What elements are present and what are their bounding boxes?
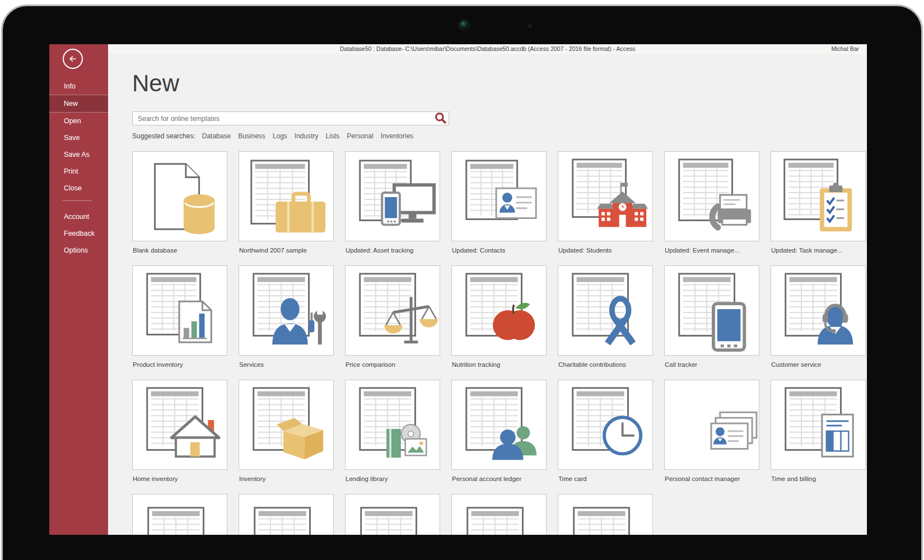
- suggested-searches: Suggested searches:DatabaseBusinessLogsI…: [132, 132, 867, 142]
- sidebar-item-save-as[interactable]: Save As: [49, 146, 108, 163]
- template-label: Call tracker: [664, 361, 759, 368]
- search-button[interactable]: [434, 113, 447, 124]
- sidebar-item-print[interactable]: Print: [49, 163, 108, 180]
- template-tile-home-inventory[interactable]: [132, 380, 227, 470]
- template-label: Updated: Task manage...: [771, 247, 866, 254]
- template-tile[interactable]: [132, 494, 227, 535]
- template-tile-updated-task-manage[interactable]: [771, 151, 866, 241]
- sidebar-item-open[interactable]: Open: [49, 113, 108, 129]
- template-label: Time and billing: [771, 475, 866, 482]
- template-tile-product-inventory[interactable]: [132, 265, 227, 356]
- two-people-datasheet-icon: [452, 380, 546, 469]
- datasheet-lock-icon: [346, 494, 440, 535]
- template-cell: Time card: [558, 380, 653, 482]
- template-tile[interactable]: [345, 494, 440, 535]
- suggested-searches-label: Suggested searches:: [132, 132, 195, 140]
- template-tile-personal-account-ledger[interactable]: [451, 380, 547, 470]
- apple-datasheet-icon: [452, 266, 546, 355]
- tablet-datasheet-icon: [665, 266, 759, 355]
- card-stack-icon: [665, 380, 759, 469]
- template-label: Nutrition tracking: [451, 361, 547, 368]
- template-tile-updated-students[interactable]: [558, 151, 653, 241]
- template-cell: Personal account ledger: [451, 380, 547, 482]
- suggested-search-personal[interactable]: Personal: [347, 132, 373, 140]
- template-label: Services: [239, 361, 334, 368]
- template-tile-charitable-contributions[interactable]: [558, 265, 653, 356]
- template-tile-time-and-billing[interactable]: [771, 380, 866, 470]
- suggested-search-inventories[interactable]: Inventories: [381, 132, 414, 140]
- template-label: Updated: Contacts: [451, 247, 547, 254]
- template-label: Personal account ledger: [451, 475, 547, 482]
- back-button[interactable]: [63, 49, 83, 69]
- template-tile-partial: [451, 494, 547, 535]
- template-cell: Lending library: [345, 380, 440, 482]
- template-cell: Personal contact manager: [664, 380, 759, 482]
- template-cell: Updated: Students: [558, 151, 653, 254]
- template-label: Updated: Students: [558, 247, 653, 254]
- template-cell: Time and billing: [771, 380, 866, 482]
- template-label: Price comparison: [345, 361, 440, 368]
- main-pane: Database50 : Database- C:\Users\mibar\Do…: [108, 44, 867, 535]
- template-cell: Updated: Contacts: [451, 151, 547, 254]
- suggested-terms: DatabaseBusinessLogsIndustryListsPersona…: [202, 132, 421, 140]
- suggested-search-logs[interactable]: Logs: [273, 132, 287, 140]
- suggested-search-business[interactable]: Business: [238, 132, 265, 140]
- template-tile-partial: [132, 494, 227, 535]
- template-tile-lending-library[interactable]: [345, 380, 440, 470]
- template-tile-updated-contacts[interactable]: [451, 151, 547, 241]
- template-tile-nutrition-tracking[interactable]: [451, 265, 547, 356]
- headset-person-datasheet-icon: [771, 266, 865, 355]
- media-datasheet-icon: [346, 380, 440, 469]
- template-tile-inventory[interactable]: [239, 380, 334, 470]
- backstage-content: New Suggested searches:DatabaseBusinessL…: [108, 54, 867, 535]
- template-tile-partial: [239, 494, 334, 535]
- document-title: Database50 : Database- C:\Users\mibar\Do…: [108, 45, 867, 52]
- sidebar-item-options[interactable]: Options: [49, 242, 108, 259]
- suggested-search-industry[interactable]: Industry: [295, 132, 319, 140]
- suggested-search-database[interactable]: Database: [202, 132, 231, 140]
- template-cell: Call tracker: [664, 265, 759, 368]
- template-tile-blank-database[interactable]: [132, 151, 227, 241]
- datasheet-icon: [452, 494, 546, 535]
- template-cell: Charitable contributions: [558, 265, 653, 368]
- template-tile-call-tracker[interactable]: [664, 265, 759, 356]
- box-datasheet-icon: [239, 380, 333, 469]
- clipboard-checks-datasheet-icon: [771, 152, 865, 241]
- template-tile[interactable]: [558, 494, 653, 535]
- template-tile-price-comparison[interactable]: [345, 265, 440, 356]
- template-tile[interactable]: [239, 494, 334, 535]
- template-cell: Northwind 2007 sample: [239, 151, 334, 254]
- backstage-sidebar: InfoNewOpenSaveSave AsPrintCloseAccountF…: [49, 44, 108, 535]
- contact-card-datasheet-icon: [452, 152, 546, 241]
- template-tile[interactable]: [451, 494, 547, 535]
- sidebar-item-save[interactable]: Save: [49, 129, 108, 146]
- page-title: New: [132, 71, 867, 96]
- sidebar-item-feedback[interactable]: Feedback: [49, 225, 108, 242]
- house-datasheet-icon: [133, 380, 227, 469]
- sidebar-item-close[interactable]: Close: [49, 180, 108, 197]
- template-tile-services[interactable]: [239, 265, 334, 356]
- template-tile-updated-asset-tracking[interactable]: [345, 151, 440, 241]
- suggested-search-lists[interactable]: Lists: [326, 132, 340, 140]
- blank-database-icon: [133, 152, 227, 241]
- template-tile-time-card[interactable]: [558, 380, 653, 470]
- template-cell: Home inventory: [132, 380, 227, 482]
- search-input[interactable]: [132, 111, 449, 125]
- datasheet-icon: [558, 494, 652, 535]
- template-tile-customer-service[interactable]: [771, 265, 866, 356]
- template-search: [132, 111, 449, 125]
- sidebar-item-account[interactable]: Account: [49, 208, 108, 225]
- title-bar: Database50 : Database- C:\Users\mibar\Do…: [108, 44, 867, 54]
- template-cell: Customer service: [771, 265, 866, 368]
- template-tile-northwind-2007-sample[interactable]: [239, 151, 334, 241]
- template-cell: Nutrition tracking: [451, 265, 547, 368]
- template-label: Product inventory: [132, 361, 227, 368]
- template-tile-updated-event-manage[interactable]: [664, 151, 759, 241]
- template-label: Home inventory: [132, 475, 227, 482]
- clock-datasheet-icon: [558, 380, 652, 469]
- sidebar-item-new[interactable]: New: [49, 95, 108, 113]
- search-icon: [434, 111, 447, 125]
- sidebar-item-info[interactable]: Info: [49, 78, 108, 95]
- template-tile-personal-contact-manager[interactable]: [664, 380, 759, 470]
- template-cell: Inventory: [239, 380, 334, 482]
